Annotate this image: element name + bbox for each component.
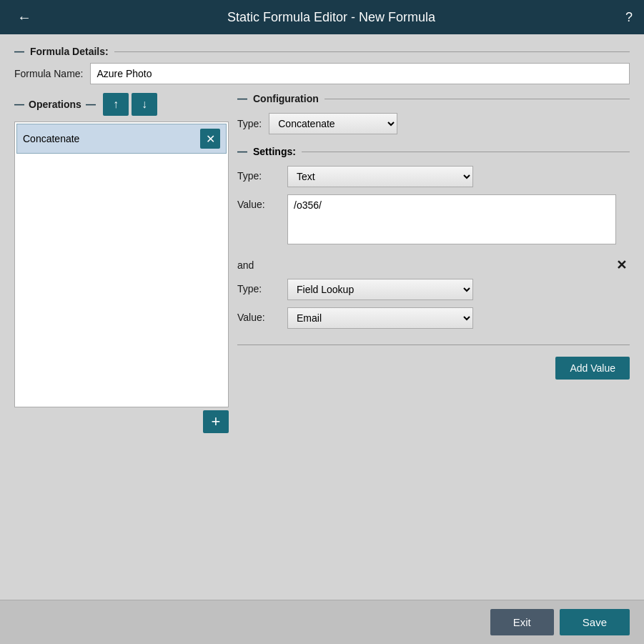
configuration-header: — Configuration	[237, 93, 630, 104]
help-button[interactable]: ?	[625, 10, 633, 25]
app-window: ← Static Formula Editor - New Formula ? …	[0, 0, 644, 644]
setting-value-label-2: Value:	[237, 307, 280, 323]
configuration-type-select[interactable]: Concatenate Replace Substring Upper Lowe…	[269, 113, 397, 134]
x-remove-icon: ✕	[616, 258, 627, 272]
setting-value-select-2[interactable]: Email Name Username Phone	[287, 307, 473, 329]
setting-type-label-2: Type:	[237, 279, 280, 294]
setting-type-row-1: Type: Text Field Lookup Formula	[237, 166, 630, 187]
x-icon	[206, 132, 215, 146]
configuration-label: Configuration	[253, 93, 319, 104]
add-value-button[interactable]: Add Value	[555, 357, 630, 380]
setting-value-label-1: Value:	[237, 194, 280, 210]
add-operation-button[interactable]	[203, 410, 229, 433]
formula-details-label: Formula Details:	[30, 46, 109, 57]
add-value-row: Add Value	[237, 357, 630, 380]
setting-type-select-2[interactable]: Text Field Lookup Formula	[287, 279, 473, 300]
arrow-up-icon	[113, 98, 119, 111]
add-operation-row	[14, 410, 229, 433]
operations-label: Operations	[29, 99, 81, 110]
setting-value-row-1: Value: /o356/	[237, 194, 630, 244]
settings-section: — Settings: Type: Text Field Lookup Form…	[237, 146, 630, 588]
formula-name-row: Formula Name:	[14, 63, 630, 84]
config-type-label: Type:	[237, 118, 262, 129]
remove-and-button[interactable]: ✕	[616, 257, 627, 273]
formula-name-input[interactable]	[90, 63, 630, 84]
save-button[interactable]: Save	[560, 609, 630, 635]
move-down-button[interactable]	[132, 93, 157, 116]
configuration-panel: — Configuration Type: Concatenate Replac…	[229, 93, 630, 588]
formula-name-label: Formula Name:	[14, 68, 83, 79]
and-label: and	[237, 259, 254, 271]
and-separator: and ✕	[237, 257, 630, 273]
settings-label: Settings:	[253, 146, 296, 157]
exit-button[interactable]: Exit	[490, 609, 554, 635]
settings-divider	[237, 345, 630, 345]
operations-header: — Operations —	[14, 93, 229, 116]
plus-icon	[212, 412, 221, 431]
move-up-button[interactable]	[103, 93, 129, 116]
formula-details-header: — Formula Details:	[14, 46, 630, 57]
setting-type-label-1: Type:	[237, 166, 280, 182]
arrow-down-icon	[142, 98, 147, 111]
setting-type-select-1[interactable]: Text Field Lookup Formula	[287, 166, 473, 187]
formula-details-section: — Formula Details: Formula Name:	[14, 46, 630, 84]
config-type-row: Type: Concatenate Replace Substring Uppe…	[237, 113, 630, 134]
operations-nav-buttons	[103, 93, 157, 116]
setting-type-row-2: Type: Text Field Lookup Formula	[237, 279, 630, 300]
operations-list: Concatenate	[14, 122, 229, 407]
back-button[interactable]: ←	[11, 6, 37, 29]
main-content: — Formula Details: Formula Name: — Opera…	[0, 34, 644, 600]
window-title: Static Formula Editor - New Formula	[227, 10, 435, 25]
setting-value-textarea-1[interactable]: /o356/	[287, 194, 616, 244]
operations-panel: — Operations — Concatenate	[14, 93, 229, 588]
operation-item[interactable]: Concatenate	[16, 124, 227, 154]
footer: Exit Save	[0, 600, 644, 644]
two-col-layout: — Operations — Concatenate	[14, 93, 630, 588]
settings-header: — Settings:	[237, 146, 630, 157]
operation-label: Concatenate	[23, 133, 79, 144]
header: ← Static Formula Editor - New Formula ?	[0, 0, 644, 34]
setting-value-row-2: Value: Email Name Username Phone	[237, 307, 630, 329]
remove-operation-button[interactable]	[200, 129, 220, 149]
